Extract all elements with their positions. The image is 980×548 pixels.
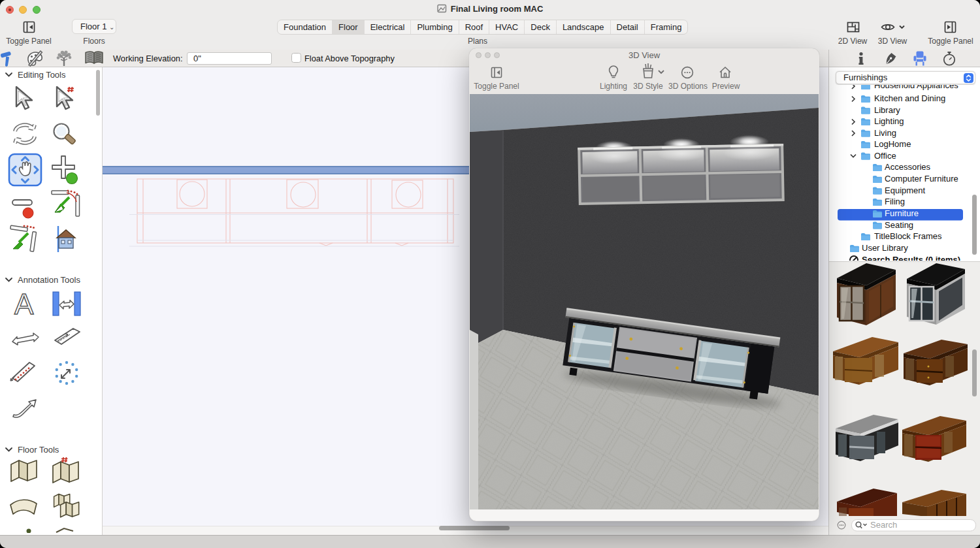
- svg-text:Search: Search: [870, 520, 897, 530]
- svg-text:Filing: Filing: [885, 197, 905, 206]
- svg-text:Lighting: Lighting: [874, 116, 904, 126]
- svg-text:Seating: Seating: [885, 220, 913, 230]
- svg-text:Accessories: Accessories: [885, 162, 931, 172]
- svg-text:Furniture: Furniture: [885, 208, 919, 218]
- svg-text:User Library: User Library: [862, 243, 908, 253]
- svg-text:Library: Library: [874, 105, 900, 115]
- svg-text:Office: Office: [874, 151, 896, 161]
- svg-text:Search Results (0 items): Search Results (0 items): [862, 255, 960, 261]
- svg-text:Computer Furniture: Computer Furniture: [885, 174, 958, 184]
- svg-text:Equipment: Equipment: [885, 185, 926, 195]
- svg-text:A: A: [14, 288, 34, 320]
- svg-text:Kitchen and Dining: Kitchen and Dining: [874, 93, 945, 103]
- svg-text:LogHome: LogHome: [874, 139, 911, 149]
- svg-text:TitleBlock Frames: TitleBlock Frames: [874, 231, 942, 241]
- svg-text:Living: Living: [874, 128, 896, 138]
- svg-text:Household Appliances: Household Appliances: [874, 85, 958, 90]
